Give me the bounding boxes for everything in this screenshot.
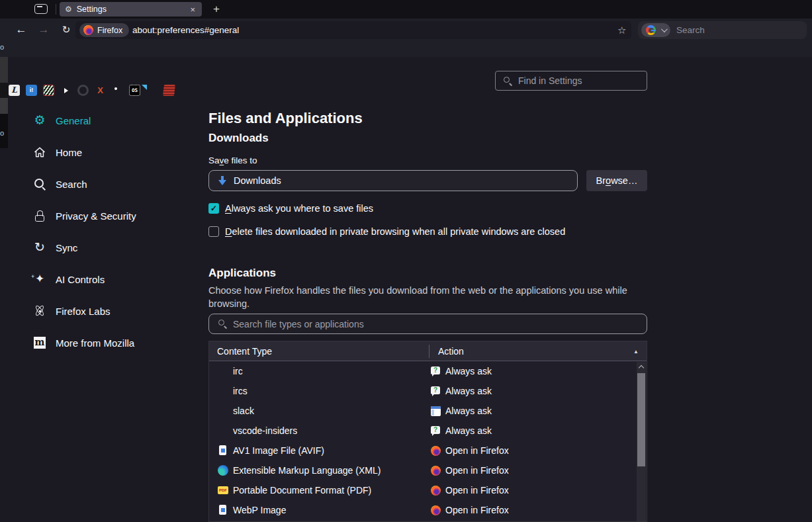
table-row[interactable]: AV1 Image File (AVIF) Open in Firefox [209,441,647,460]
sparkle-icon [35,273,44,286]
column-header-content-type[interactable]: Content Type [209,345,429,358]
gear-icon [65,2,72,17]
app-window-icon [431,406,441,416]
page-title: Files and Applications [208,110,363,127]
sidebar-item-firefox-labs[interactable]: Firefox Labs [26,298,200,324]
new-tab-button[interactable]: + [209,1,224,17]
download-location-input[interactable]: Downloads [208,170,578,191]
action-cell: Always ask [445,425,492,436]
url-text[interactable]: about:preferences#general [132,21,239,39]
content-type-cell: vscode-insiders [233,425,297,436]
file-types-search-placeholder: Search file types or applications [233,319,364,329]
dark-loop-favicon[interactable] [77,85,89,96]
content-type-cell: Portable Document Format (PDF) [233,485,371,496]
ask-bubble-icon [431,367,441,376]
back-button[interactable]: ← [13,22,29,37]
content-type-cell: Extensible Markup Language (XML) [233,465,381,476]
delete-private-checkbox-row[interactable]: Delete files downloaded in private brows… [208,226,565,238]
sidebar-item-ai-controls[interactable]: AI Controls [26,267,200,292]
sidebar-item-general[interactable]: General [26,108,200,133]
search-placeholder[interactable]: Search [676,21,705,39]
chevron-down-icon [661,26,668,32]
sidebar-item-more-from-mozilla[interactable]: m More from Mozilla [26,330,200,355]
content-type-cell: AV1 Image File (AVIF) [233,445,324,456]
search-engine-chip[interactable] [641,23,670,37]
table-row[interactable]: Portable Document Format (PDF) Open in F… [209,480,647,500]
table-row[interactable]: Extensible Markup Language (XML) Open in… [209,460,647,480]
handlers-table: Content Type Action irc Always ask ircs … [208,341,647,522]
checkbox-label: Always ask you where to save files [225,203,373,214]
os-pixel-favicon[interactable] [129,85,140,96]
blue-info-favicon[interactable] [26,85,37,96]
sidebar-item-label: Search [56,179,87,190]
atom-icon [33,304,47,318]
file-types-search-input[interactable]: Search file types or applications [208,314,647,334]
action-cell: Always ask [445,366,492,376]
content-type-cell: ircs [233,386,248,396]
label-accesskey: D [225,226,232,237]
home-icon [33,146,46,159]
sort-ascending-icon [633,349,639,355]
checkbox-label: Delete files downloaded in private brows… [225,226,565,237]
table-row[interactable]: ircs Always ask [209,381,647,401]
close-tab-icon[interactable]: × [189,5,197,15]
action-cell: Always ask [445,386,492,396]
find-in-settings-input[interactable]: Find in Settings [495,71,647,91]
content-type-cell: irc [233,366,243,376]
sidebar-item-privacy-security[interactable]: Privacy & Security [26,203,200,228]
checkbox-checked[interactable] [208,203,219,214]
firefox-icon [431,505,441,515]
sidebar-item-sync[interactable]: Sync [26,235,200,260]
content-type-icon [218,425,228,436]
sidebar-item-label: Sync [56,242,77,253]
background-window-artifact: o [0,128,4,138]
downloads-heading: Downloads [208,132,269,145]
google-icon [646,25,656,35]
firefox-logo-icon [83,25,93,35]
table-row[interactable]: vscode-insiders Always ask [209,421,647,441]
save-files-to-label: Save files to [208,155,257,165]
search-icon [34,178,46,190]
checkbox-unchecked[interactable] [208,226,219,237]
firefox-view-icon[interactable] [34,4,48,14]
bookmarks-bar: o [0,41,812,57]
image-file-icon [218,445,228,456]
tab-separator [56,4,56,15]
ask-bubble-icon [431,386,441,396]
reload-button[interactable]: ↻ [58,22,74,37]
site-identity-chip[interactable]: Firefox [79,23,129,37]
column-header-action[interactable]: Action [429,346,464,357]
tab-title: Settings [77,5,189,14]
table-row[interactable]: slack Always ask [209,401,647,421]
download-arrow-icon [218,176,226,185]
scrollbar-thumb[interactable] [637,373,645,466]
background-window-artifact: o [0,42,4,52]
table-scrollbar[interactable] [637,362,646,521]
red-striped-favicon[interactable] [163,85,175,96]
bookmark-star-icon[interactable] [617,21,626,39]
button-text: Br [596,175,606,186]
ask-bubble-icon [431,426,441,436]
content-type-cell: WebP Image [233,505,286,515]
table-row[interactable]: WebP Image Open in Firefox [209,500,647,520]
firefox-icon [431,446,441,456]
browse-button[interactable]: Browse… [586,170,647,191]
tab-settings[interactable]: Settings × [60,2,202,17]
action-cell: Always ask [445,406,492,416]
green-striped-favicon[interactable] [43,85,54,96]
sidebar-item-label: More from Mozilla [56,337,134,349]
always-ask-checkbox-row[interactable]: Always ask you where to save files [208,202,373,214]
sidebar-item-label: General [56,115,91,126]
button-accesskey: o [606,175,611,186]
scroll-up-icon[interactable] [637,362,646,372]
content-type-icon [218,366,228,376]
cursive-l-favicon[interactable] [9,85,20,96]
mozilla-icon: m [34,337,46,349]
label-accesskey: A [225,203,232,214]
sidebar-item-home[interactable]: Home [26,140,200,165]
sidebar-item-search[interactable]: Search [26,171,200,196]
forward-button: → [36,22,52,37]
orange-x-favicon[interactable] [95,85,106,96]
table-row[interactable]: irc Always ask [209,361,647,381]
action-cell: Open in Firefox [445,465,509,476]
